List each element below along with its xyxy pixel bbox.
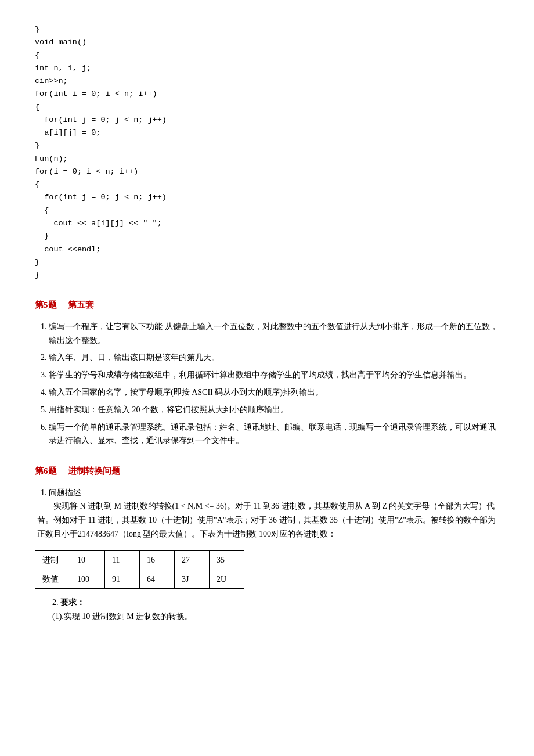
conversion-table-container: 进制1011162735数值10091643J2U [35, 550, 499, 589]
section5-list: 编写一个程序，让它有以下功能 从键盘上输入一个五位数，对此整数中的五个数值进行从… [35, 320, 499, 448]
table-cell: 3J [175, 570, 210, 589]
requirements-section: 2. 要求： (1).实现 10 进制数到 M 进制数的转换。 [52, 596, 499, 624]
req-number: 2. [52, 598, 60, 607]
section6-problem-list: 问题描述实现将 N 进制到 M 进制数的转换(1 < N,M <= 36)。对于… [35, 486, 499, 541]
table-body: 进制1011162735数值10091643J2U [35, 550, 244, 589]
code-block: } void main() { int n, i, j; cin>>n; for… [35, 23, 499, 282]
req-title-text: 要求： [60, 598, 85, 607]
section5-title-name: 第五套 [68, 300, 94, 309]
table-cell: 数值 [35, 570, 70, 589]
conversion-table: 进制1011162735数值10091643J2U [35, 550, 244, 589]
table-header-cell: 进制 [35, 550, 70, 570]
section6-body: 问题描述实现将 N 进制到 M 进制数的转换(1 < N,M <= 36)。对于… [35, 486, 499, 624]
list-item: 编写一个简单的通讯录管理系统。通讯录包括：姓名、通讯地址、邮编、联系电话，现编写… [49, 420, 499, 448]
table-header-row: 进制1011162735 [35, 550, 244, 570]
section6-problem-item: 问题描述实现将 N 进制到 M 进制数的转换(1 < N,M <= 36)。对于… [49, 486, 499, 541]
section5-title: 第5题 第五套 [35, 298, 499, 313]
problem-desc-para: 实现将 N 进制到 M 进制数的转换(1 < N,M <= 36)。对于 11 … [37, 499, 499, 541]
table-cell: 2U [210, 570, 244, 589]
section5-title-label: 第5题 [35, 300, 57, 309]
table-header-cell: 10 [70, 550, 105, 570]
table-header-cell: 11 [105, 550, 140, 570]
list-item: 输入年、月、日，输出该日期是该年的第几天。 [49, 351, 499, 365]
table-row: 数值10091643J2U [35, 570, 244, 589]
section6: 第6题 进制转换问题 问题描述实现将 N 进制到 M 进制数的转换(1 < N,… [35, 464, 499, 624]
list-item: 用指针实现：任意输入 20 个数，将它们按照从大到小的顺序输出。 [49, 403, 499, 417]
table-header-cell: 27 [175, 550, 210, 570]
section6-title-name: 进制转换问题 [68, 466, 120, 476]
table-cell: 91 [105, 570, 140, 589]
section5: 第5题 第五套 编写一个程序，让它有以下功能 从键盘上输入一个五位数，对此整数中… [35, 298, 499, 448]
req-item: (1).实现 10 进制数到 M 进制数的转换。 [52, 610, 499, 624]
req-items: (1).实现 10 进制数到 M 进制数的转换。 [52, 610, 499, 624]
list-item: 输入五个国家的名字，按字母顺序(即按 ASCII 码从小到大的顺序)排列输出。 [49, 386, 499, 399]
table-cell: 100 [70, 570, 105, 589]
table-header-cell: 35 [210, 550, 244, 570]
requirements-title: 2. 要求： [52, 596, 499, 610]
list-item: 编写一个程序，让它有以下功能 从键盘上输入一个五位数，对此整数中的五个数值进行从… [49, 320, 499, 348]
list-item: 将学生的学号和成绩存储在数组中，利用循环计算出数组中存储学生的平均成绩，找出高于… [49, 368, 499, 382]
section6-title: 第6题 进制转换问题 [35, 464, 499, 479]
table-header-cell: 16 [140, 550, 175, 570]
table-cell: 64 [140, 570, 175, 589]
section6-title-label: 第6题 [35, 466, 57, 476]
